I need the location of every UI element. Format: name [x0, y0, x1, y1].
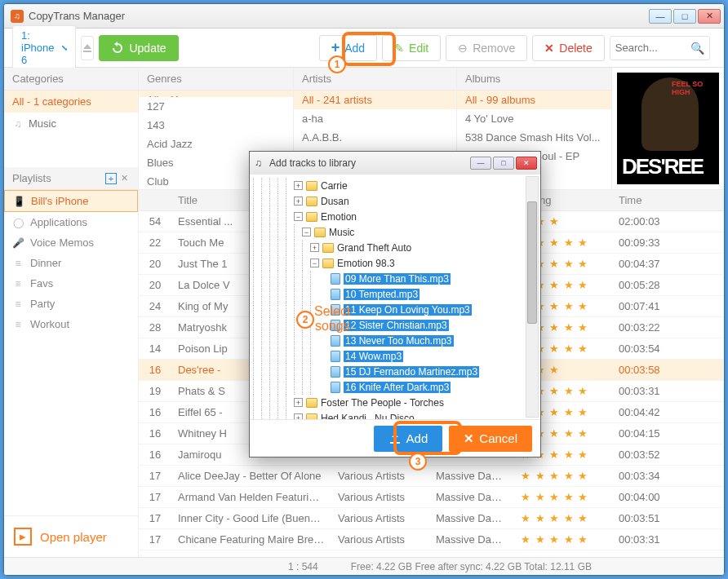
genres-item[interactable]: 143: [139, 116, 293, 135]
track-album: Massive Dance...: [429, 529, 514, 550]
eject-button[interactable]: [81, 36, 94, 60]
dialog-titlebar: ♫ Add tracks to library — □ ✕: [250, 152, 540, 175]
tree-expander[interactable]: −: [310, 259, 319, 267]
tree-node[interactable]: +Dusan: [253, 193, 537, 209]
track-row[interactable]: 17Chicane Featuring Maire Brenna...Vario…: [139, 529, 724, 550]
status-count: 1 : 544: [288, 561, 318, 572]
remove-playlist-button[interactable]: ✕: [118, 173, 130, 184]
delete-button[interactable]: ✕ Delete: [532, 35, 604, 61]
dialog-minimize-button[interactable]: —: [470, 157, 491, 170]
add-playlist-button[interactable]: +: [105, 173, 117, 184]
tree-node[interactable]: +Hed Kandi_ Nu Disco: [253, 410, 537, 419]
dialog-add-button[interactable]: Add: [374, 426, 443, 452]
folder-icon: [322, 259, 334, 268]
track-num: 14: [139, 338, 171, 359]
artists-item[interactable]: a-ha: [294, 109, 456, 128]
album-art-subtitle: FEEL SO HIGH: [672, 81, 719, 97]
dialog-footer: Add ✕ Cancel: [250, 419, 540, 457]
tree-expander[interactable]: +: [294, 181, 303, 190]
playlist-item[interactable]: 🎤Voice Memos: [4, 232, 138, 253]
dialog-maximize-button[interactable]: □: [493, 157, 514, 170]
device-selector[interactable]: 1: iPhone 6: [12, 25, 76, 70]
app-icon: ♫: [11, 10, 24, 23]
close-button[interactable]: ✕: [698, 9, 721, 24]
artists-all[interactable]: All - 241 artists: [294, 91, 456, 109]
dialog-close-button[interactable]: ✕: [516, 157, 537, 170]
th-time[interactable]: Time: [612, 190, 694, 210]
tree-expander[interactable]: −: [302, 228, 311, 236]
tree-scroll-thumb[interactable]: [527, 201, 537, 324]
tree-expander[interactable]: +: [310, 243, 319, 252]
playlist-item[interactable]: ≡Dinner: [4, 253, 138, 273]
playlist-item[interactable]: ≡Party: [4, 294, 138, 314]
tree-node[interactable]: −Music: [253, 224, 537, 240]
playlist-label: Dinner: [30, 257, 61, 269]
category-music[interactable]: ♫ Music: [4, 113, 138, 135]
tree-node[interactable]: −Emotion: [253, 209, 537, 224]
minus-circle-icon: ⊖: [458, 42, 468, 55]
th-num[interactable]: [139, 190, 171, 210]
eject-icon: [82, 42, 93, 54]
track-row[interactable]: 17Armand Van Helden Featuring D...Variou…: [139, 487, 724, 508]
playlist-item[interactable]: ◯Applications: [4, 212, 138, 232]
tree-node[interactable]: −Emotion 98.3: [253, 255, 537, 271]
tree-node[interactable]: 10 Tempted.mp3: [253, 286, 537, 302]
track-album: Massive Dance...: [429, 508, 514, 528]
albums-item[interactable]: 538 Dance Smash Hits Vol...: [457, 128, 611, 147]
remove-button[interactable]: ⊖ Remove: [446, 35, 527, 61]
tree-node[interactable]: 16 Knife After Dark.mp3: [253, 379, 537, 395]
open-player-button[interactable]: ▸ Open player: [4, 515, 138, 557]
track-title: Chicane Featuring Maire Brenna...: [171, 529, 331, 550]
track-row[interactable]: 17Inner City - Good Life (Buena Vi...Var…: [139, 508, 724, 529]
tree-node[interactable]: 15 DJ Fernando Martinez.mp3: [253, 364, 537, 379]
playlist-icon: ≡: [12, 258, 24, 269]
search-input[interactable]: [615, 42, 690, 54]
tree-expander[interactable]: +: [294, 413, 303, 419]
playlist-item[interactable]: 📱Bill's iPhone: [4, 190, 138, 212]
tree-label: 14 Wow.mp3: [344, 351, 403, 362]
folder-icon: [306, 413, 317, 420]
category-all[interactable]: All - 1 categories: [4, 91, 138, 113]
tree-node[interactable]: 11 Keep On Loving You.mp3: [253, 302, 537, 317]
tree-expander[interactable]: +: [294, 398, 303, 407]
minimize-button[interactable]: —: [649, 9, 672, 24]
tree-expander[interactable]: −: [294, 212, 303, 221]
genres-item[interactable]: 127: [139, 97, 293, 116]
track-time: 00:03:31: [612, 381, 694, 401]
delete-label: Delete: [559, 42, 592, 55]
playlist-label: Applications: [30, 216, 87, 228]
toolbar: 1: iPhone 6 Update + Add ✎ Edit ⊖ Remove…: [4, 29, 724, 68]
search-box[interactable]: 🔍: [610, 36, 710, 60]
dialog-cancel-button[interactable]: ✕ Cancel: [449, 426, 532, 452]
tree-label: 12 Sister Christian.mp3: [344, 320, 449, 331]
maximize-button[interactable]: □: [673, 9, 696, 24]
track-num: 17: [139, 508, 171, 528]
tree-node[interactable]: +Carrie: [253, 178, 537, 193]
edit-button[interactable]: ✎ Edit: [382, 35, 441, 61]
tree-node[interactable]: +Foster The People - Torches: [253, 395, 537, 410]
add-button[interactable]: + Add: [319, 35, 377, 61]
file-tree[interactable]: +Carrie+Dusan−Emotion−Music+Grand Theft …: [250, 175, 540, 419]
update-button[interactable]: Update: [99, 35, 178, 61]
albums-all[interactable]: All - 99 albums: [457, 91, 611, 109]
tree-node[interactable]: 09 More Than This.mp3: [253, 271, 537, 286]
tree-label: Emotion: [321, 211, 357, 223]
albums-item[interactable]: 4 Yo' Love: [457, 109, 611, 128]
genres-all[interactable]: All - 41 genres: [139, 91, 293, 97]
track-num: 54: [139, 211, 171, 232]
track-rating: ★ ★ ★ ★ ★: [514, 487, 612, 507]
artists-item[interactable]: A.A.B.B.: [294, 128, 456, 147]
tree-node[interactable]: 13 Never Too Much.mp3: [253, 333, 537, 348]
folder-icon: [306, 212, 317, 222]
track-row[interactable]: 17Alice DeeJay - Better Of AloneVarious …: [139, 466, 724, 487]
menu-button[interactable]: [715, 36, 725, 60]
track-row[interactable]: 83''party Time Funky House Classi...Vari…: [139, 550, 724, 557]
playlist-item[interactable]: ≡Workout: [4, 314, 138, 334]
track-album: Massive Dance...: [429, 466, 514, 486]
tree-node[interactable]: +Grand Theft Auto: [253, 240, 537, 255]
playlist-item[interactable]: ≡Favs: [4, 273, 138, 294]
playlist-icon: 📱: [13, 196, 24, 207]
tree-scrollbar[interactable]: [526, 176, 539, 418]
tree-expander[interactable]: +: [294, 197, 303, 206]
tree-node[interactable]: 14 Wow.mp3: [253, 348, 537, 364]
